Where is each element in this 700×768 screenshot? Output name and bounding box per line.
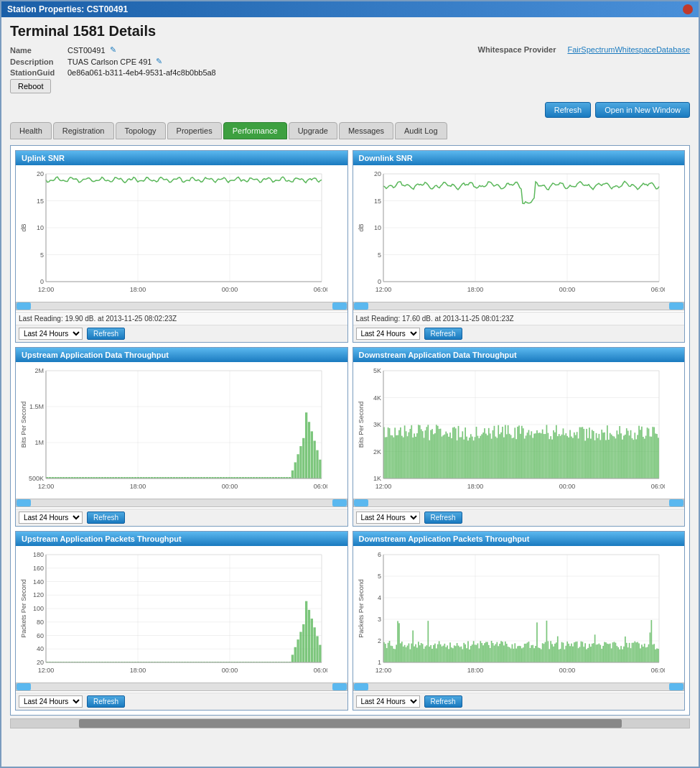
svg-rect-203 (411, 425, 412, 478)
svg-rect-306 (553, 430, 554, 478)
svg-rect-153 (299, 446, 302, 478)
tab-registration[interactable]: Registration (53, 122, 114, 139)
svg-rect-282 (520, 434, 521, 478)
svg-rect-650 (538, 648, 540, 662)
chart-refresh-button-upstream-packets[interactable]: Refresh (87, 695, 125, 708)
svg-rect-630 (511, 644, 513, 662)
chart-scrollbar-uplink-snr[interactable] (16, 302, 347, 310)
chart-body-downlink-snr: 05101520 12:0018:0000:0006:00 dB (353, 165, 685, 300)
svg-rect-288 (528, 430, 529, 478)
refresh-button[interactable]: Refresh (545, 102, 592, 118)
svg-rect-704 (613, 642, 615, 662)
bottom-scrollbar[interactable] (10, 718, 690, 728)
scrollbar-thumb-left-upstream-packets[interactable] (17, 683, 31, 690)
time-range-select-downstream-packets[interactable]: Last 24 HoursLast 7 DaysLast 30 Days (356, 695, 420, 708)
tab-performance[interactable]: Performance (223, 122, 287, 139)
svg-rect-264 (495, 437, 496, 478)
time-range-select-downlink-snr[interactable]: Last 24 HoursLast 7 DaysLast 30 Days (356, 328, 420, 340)
svg-rect-350 (613, 437, 615, 478)
chart-refresh-button-upstream-throughput[interactable]: Refresh (87, 512, 125, 524)
svg-rect-599 (469, 649, 470, 662)
description-edit-icon[interactable]: ✎ (156, 57, 162, 66)
time-range-select-upstream-throughput[interactable]: Last 24 HoursLast 7 DaysLast 30 Days (19, 512, 83, 524)
scrollbar-thumb-right-downstream-throughput[interactable] (669, 499, 683, 506)
svg-rect-644 (531, 645, 532, 662)
svg-rect-337 (595, 433, 597, 478)
chart-scrollbar-downstream-throughput[interactable] (353, 499, 685, 507)
chart-refresh-button-downstream-packets[interactable]: Refresh (424, 695, 462, 708)
svg-text:6: 6 (377, 551, 381, 558)
svg-rect-540 (387, 643, 388, 662)
svg-rect-673 (571, 644, 572, 662)
svg-rect-239 (460, 437, 462, 478)
svg-rect-680 (580, 642, 582, 662)
svg-rect-316 (566, 436, 568, 478)
svg-rect-312 (561, 435, 562, 478)
svg-rect-625 (504, 642, 505, 662)
scrollbar-thumb-right-upstream-throughput[interactable] (332, 499, 347, 506)
svg-text:4K: 4K (373, 394, 381, 402)
scrollbar-thumb-left-downstream-packets[interactable] (354, 683, 368, 690)
svg-rect-340 (599, 440, 601, 478)
tab-health[interactable]: Health (10, 122, 52, 139)
tab-topology[interactable]: Topology (116, 122, 166, 139)
chart-body-upstream-packets: 20406080100120140160180 12:0018:0000:000… (16, 546, 347, 681)
scrollbar-thumb-left-downlink-snr[interactable] (354, 302, 368, 310)
scrollbar-thumb-left-uplink-snr[interactable] (17, 302, 31, 310)
time-range-select-uplink-snr[interactable]: Last 24 HoursLast 7 DaysLast 30 Days (19, 328, 83, 340)
svg-rect-727 (645, 647, 646, 662)
tab-properties[interactable]: Properties (167, 122, 222, 139)
chart-scrollbar-upstream-packets[interactable] (16, 683, 347, 691)
svg-rect-717 (631, 643, 633, 662)
chart-refresh-button-downstream-throughput[interactable]: Refresh (424, 512, 462, 524)
svg-rect-286 (525, 435, 526, 478)
svg-rect-265 (496, 438, 498, 478)
svg-text:00:00: 00:00 (222, 286, 238, 293)
chart-scrollbar-upstream-throughput[interactable] (16, 499, 347, 507)
chart-scrollbar-downstream-packets[interactable] (353, 683, 685, 691)
tab-messages[interactable]: Messages (339, 122, 393, 139)
svg-rect-731 (650, 620, 652, 662)
open-new-window-button[interactable]: Open in New Window (595, 102, 690, 118)
svg-rect-281 (518, 425, 520, 478)
chart-refresh-button-uplink-snr[interactable]: Refresh (87, 328, 125, 340)
toolbar: Refresh Open in New Window (10, 102, 690, 118)
svg-rect-664 (558, 649, 559, 662)
svg-rect-725 (642, 647, 643, 662)
tab-upgrade[interactable]: Upgrade (289, 122, 337, 139)
tab-audit_log[interactable]: Audit Log (395, 122, 447, 139)
scrollbar-thumb-right-upstream-packets[interactable] (332, 683, 347, 690)
svg-rect-554 (406, 646, 408, 662)
scrollbar-thumb-left-downstream-throughput[interactable] (354, 499, 368, 506)
svg-text:40: 40 (37, 645, 44, 652)
scrollbar-thumb-left-upstream-throughput[interactable] (17, 499, 31, 506)
close-button[interactable] (683, 4, 693, 14)
svg-rect-708 (619, 649, 620, 662)
svg-rect-199 (405, 431, 406, 478)
time-range-select-upstream-packets[interactable]: Last 24 HoursLast 7 DaysLast 30 Days (19, 695, 83, 708)
scrollbar-thumb-right-downlink-snr[interactable] (669, 302, 683, 310)
chart-refresh-button-downlink-snr[interactable]: Refresh (424, 328, 462, 340)
svg-text:06:00: 06:00 (650, 483, 664, 490)
svg-rect-198 (403, 425, 405, 478)
svg-rect-299 (543, 434, 544, 478)
svg-rect-270 (503, 438, 505, 478)
svg-rect-695 (601, 649, 602, 662)
reboot-button[interactable]: Reboot (10, 79, 51, 93)
main-content: Terminal 1581 Details Name CST00491 ✎ De… (1, 17, 699, 734)
svg-rect-44 (46, 371, 322, 478)
chart-scrollbar-downlink-snr[interactable] (353, 302, 685, 310)
svg-rect-254 (481, 434, 482, 478)
svg-rect-274 (508, 434, 510, 478)
whitespace-provider-value[interactable]: FairSpectrumWhitespaceDatabase (567, 45, 690, 54)
scrollbar-thumb-right-uplink-snr[interactable] (332, 302, 347, 310)
svg-rect-244 (467, 440, 469, 478)
svg-text:06:00: 06:00 (314, 667, 327, 674)
svg-rect-313 (562, 428, 564, 478)
name-edit-icon[interactable]: ✎ (110, 45, 116, 55)
svg-rect-241 (463, 440, 465, 478)
svg-rect-576 (437, 644, 438, 662)
svg-rect-639 (523, 644, 525, 662)
scrollbar-thumb-right-downstream-packets[interactable] (669, 683, 683, 690)
time-range-select-downstream-throughput[interactable]: Last 24 HoursLast 7 DaysLast 30 Days (356, 512, 420, 524)
